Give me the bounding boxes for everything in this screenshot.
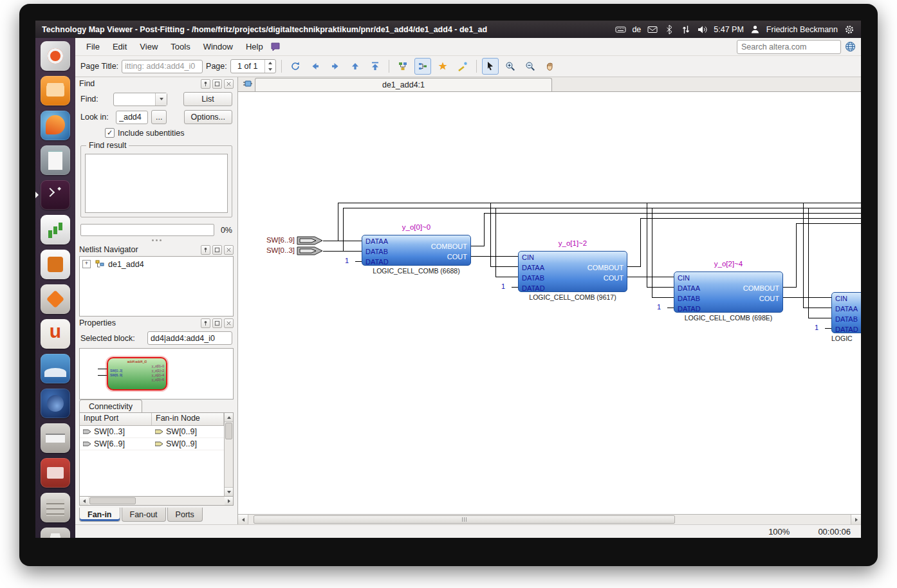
session-gear-icon[interactable]: [844, 24, 855, 35]
input-pin-label[interactable]: SW[6..9]: [250, 236, 295, 244]
bluetooth-icon[interactable]: [663, 24, 674, 35]
launcher-trash[interactable]: [41, 528, 70, 538]
keyboard-layout-label[interactable]: de: [632, 25, 641, 34]
menu-edit[interactable]: Edit: [107, 40, 133, 53]
logic-cell[interactable]: CINDATAADATABDATAD COMBOUTCOUT: [674, 271, 783, 313]
page-spinner[interactable]: 1 of 1: [230, 59, 276, 73]
col-fanin-node[interactable]: Fan-in Node: [152, 413, 224, 425]
netlist-view-icon[interactable]: [414, 58, 431, 75]
table-row[interactable]: SW[6..9] SW[0..9]: [80, 438, 224, 450]
spinner-down-icon[interactable]: [265, 66, 275, 73]
menu-file[interactable]: File: [80, 40, 106, 53]
tab-connectivity[interactable]: Connectivity: [79, 400, 142, 412]
volume-icon[interactable]: [697, 24, 708, 35]
page-title-field[interactable]: [122, 60, 203, 73]
close-icon[interactable]: [224, 318, 234, 328]
tree-item-de1_add4[interactable]: + de1_add4: [80, 257, 233, 271]
refresh-icon[interactable]: [287, 58, 304, 75]
zoom-out-icon[interactable]: [522, 58, 539, 75]
tab-fan-in[interactable]: Fan-in: [79, 508, 120, 522]
col-input-port[interactable]: Input Port: [80, 413, 152, 425]
tab-ports[interactable]: Ports: [167, 508, 203, 522]
up-icon[interactable]: [347, 58, 364, 75]
close-icon[interactable]: [224, 245, 234, 255]
look-in-field[interactable]: [116, 111, 148, 124]
preview-block[interactable]: add4:add4_i0 SW[0..3] SW[6..9] y_o[0]~0 …: [107, 357, 167, 390]
schematic-doc-icon[interactable]: [241, 78, 255, 90]
menu-tools[interactable]: Tools: [165, 40, 196, 53]
scroll-left-icon[interactable]: [80, 497, 88, 505]
table-horizontal-scrollbar[interactable]: [79, 497, 234, 506]
launcher-archive-stack[interactable]: [41, 493, 70, 522]
logic-cell[interactable]: CINDATAADATABDATAD: [831, 292, 861, 333]
close-icon[interactable]: [224, 79, 234, 89]
scroll-thumb[interactable]: [254, 515, 675, 524]
star-icon[interactable]: [434, 58, 451, 75]
block-preview[interactable]: add4:add4_i0 SW[0..3] SW[6..9] y_o[0]~0 …: [79, 348, 234, 400]
top-icon[interactable]: [367, 58, 384, 75]
selected-block-field[interactable]: [147, 331, 232, 345]
menu-window[interactable]: Window: [198, 40, 239, 53]
launcher-terminal[interactable]: [41, 180, 70, 210]
schematic-canvas[interactable]: SW[6..9] SW[0..3] y_o[0]~0 DATAADATABDAT…: [238, 92, 861, 514]
pin-icon[interactable]: [201, 245, 210, 255]
scroll-up-icon[interactable]: [225, 413, 233, 422]
launcher-software-updater[interactable]: [41, 284, 70, 314]
panel-splitter[interactable]: [75, 237, 237, 243]
find-combobox[interactable]: [113, 93, 167, 106]
select-pointer-icon[interactable]: [482, 58, 499, 75]
pin-icon[interactable]: [201, 318, 210, 328]
launcher-ubuntu-software[interactable]: u: [41, 319, 70, 349]
pin-icon[interactable]: [201, 79, 210, 89]
back-icon[interactable]: [307, 58, 324, 75]
tab-de1_add4[interactable]: de1_add4:1: [255, 78, 552, 91]
mail-icon[interactable]: [647, 24, 658, 35]
launcher-toolbox[interactable]: [41, 458, 70, 488]
list-button[interactable]: List: [183, 92, 232, 106]
user-icon[interactable]: [750, 24, 761, 35]
horizontal-scrollbar[interactable]: [238, 514, 861, 524]
table-row[interactable]: SW[0..3] SW[0..9]: [80, 426, 224, 438]
help-bubble-icon[interactable]: [270, 41, 281, 52]
logic-cell[interactable]: DATAADATABDATAD COMBOUTCOUT: [362, 235, 471, 266]
input-pin-label[interactable]: SW[0..3]: [250, 246, 295, 254]
keyboard-icon[interactable]: [615, 24, 626, 35]
scroll-thumb[interactable]: [225, 423, 232, 439]
netlist-tree[interactable]: + de1_add4: [79, 256, 234, 317]
scroll-right-icon[interactable]: [225, 497, 233, 505]
launcher-libreoffice-impress[interactable]: [41, 250, 70, 279]
forward-icon[interactable]: [327, 58, 344, 75]
float-icon[interactable]: [212, 245, 222, 255]
search-input[interactable]: [737, 40, 841, 54]
launcher-libreoffice-calc[interactable]: [41, 215, 70, 244]
scroll-thumb[interactable]: [89, 497, 136, 504]
globe-icon[interactable]: [845, 41, 856, 52]
options-button[interactable]: Options...: [184, 110, 233, 124]
launcher-qt-tool[interactable]: [41, 354, 70, 383]
menu-view[interactable]: View: [134, 40, 163, 53]
clock[interactable]: 5:47 PM: [714, 25, 744, 34]
launcher-document-viewer[interactable]: [41, 145, 70, 175]
sync-arrows-icon[interactable]: [680, 24, 691, 35]
browse-button[interactable]: ...: [151, 110, 167, 124]
zoom-in-icon[interactable]: [502, 58, 519, 75]
logic-cell[interactable]: CINDATAADATABDATAD COMBOUTCOUT: [518, 251, 627, 292]
pan-hand-icon[interactable]: [542, 58, 559, 75]
spinner-up-icon[interactable]: [265, 60, 275, 66]
hierarchy-icon[interactable]: [394, 58, 411, 75]
tree-expander-icon[interactable]: +: [82, 260, 91, 268]
launcher-dash-home[interactable]: [41, 41, 70, 71]
find-result-area[interactable]: [85, 154, 228, 213]
launcher-input-keyboard[interactable]: [41, 423, 70, 453]
launcher-java-sphere[interactable]: [41, 389, 70, 418]
launcher-files[interactable]: [41, 76, 70, 106]
table-vertical-scrollbar[interactable]: [224, 413, 233, 496]
launcher-firefox[interactable]: [41, 111, 70, 140]
scroll-down-icon[interactable]: [225, 487, 233, 496]
float-icon[interactable]: [212, 79, 222, 89]
scroll-left-icon[interactable]: [238, 515, 248, 524]
menu-help[interactable]: Help: [240, 40, 269, 53]
float-icon[interactable]: [212, 318, 222, 328]
wand-icon[interactable]: [454, 58, 471, 75]
scroll-right-icon[interactable]: [851, 515, 861, 524]
